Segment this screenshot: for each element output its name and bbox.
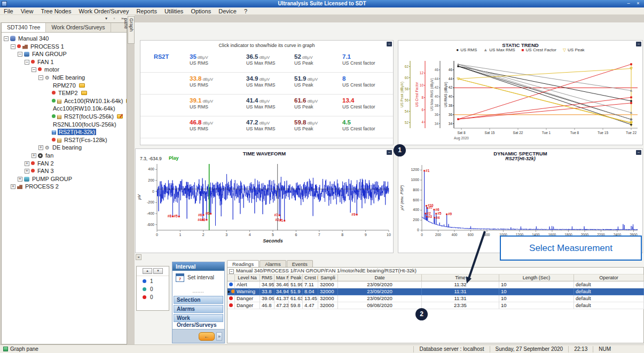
reading-indicator[interactable]: 35dBμVUS RMS	[174, 53, 230, 72]
menu-item[interactable]: ?	[240, 8, 251, 14]
minimize-panel-icon[interactable]: –	[636, 150, 641, 155]
reading-indicator[interactable]: 46.8dBμVUS RMS	[174, 119, 230, 138]
tree-node-label[interactable]: FAN 1	[36, 59, 55, 65]
tree-node[interactable]: RS2T(Ht-32k)	[2, 128, 127, 136]
tree-node-label[interactable]: TEMP2	[57, 90, 79, 96]
menu-item[interactable]: View	[17, 8, 37, 14]
reading-indicator[interactable]: 33.8dBμVUS RMS	[174, 75, 230, 94]
play-button[interactable]: Play	[169, 155, 179, 161]
collapse-icon[interactable]: −	[4, 36, 9, 41]
set-interval-label[interactable]: Set interval	[187, 273, 214, 280]
legend-item[interactable]: ▽US Peak	[563, 48, 585, 53]
collapse-icon[interactable]: −	[38, 75, 43, 80]
tree-node[interactable]: Acc100(RW10.1k-64k)	[2, 97, 127, 105]
reading-indicator[interactable]: 34.9dBμVUS Max RMS	[230, 75, 278, 94]
tree-node-label[interactable]: FAN GROUP	[31, 51, 68, 57]
apply-button[interactable]: ←	[199, 332, 215, 341]
dynamic-spectrum-chart[interactable]: 0200400600800100012000200400600800100012…	[398, 162, 641, 245]
expand-icon[interactable]: +	[25, 161, 29, 166]
menu-item[interactable]: Utilities	[161, 8, 187, 14]
close-window-icon[interactable]: ×	[634, 1, 642, 6]
collapse-icon[interactable]: −	[25, 60, 29, 65]
time-waveform-chart[interactable]: 4002000-200-400-600012345678910SecondsμV…	[136, 162, 393, 245]
tree-node-label[interactable]: Manual 340	[17, 35, 50, 42]
alarm-count-item[interactable]: 0	[137, 284, 169, 292]
tree-node-label[interactable]: NdE bearing	[51, 74, 86, 81]
tree-node[interactable]: +FAN 2	[2, 160, 127, 168]
expand-icon[interactable]: +	[38, 145, 43, 150]
alarm-count-item[interactable]: 1	[137, 276, 169, 284]
column-header[interactable]: Peak	[289, 274, 303, 281]
column-header[interactable]: Operator	[574, 274, 644, 281]
tree-node[interactable]: +PUMP GROUP	[2, 175, 127, 183]
minimize-panel-icon[interactable]: –	[387, 150, 392, 155]
tree-tab[interactable]: SDT340 Tree	[2, 23, 46, 32]
tree-node-label[interactable]: PROCESS 2	[24, 183, 60, 190]
drag-handle-icon[interactable]: •••••••	[172, 291, 224, 295]
reading-indicator[interactable]: 47.2dBμVUS Max RMS	[230, 119, 278, 138]
tree-node[interactable]: Acc100(RW10.10k-64k)	[2, 105, 127, 113]
graph-pane-taskbar-item[interactable]: Graph pane	[0, 346, 42, 352]
panel-section-alarms[interactable]: Alarms	[174, 305, 223, 313]
calendar-icon[interactable]: 7	[176, 273, 184, 282]
minimize-panel-icon[interactable]: –	[387, 42, 392, 46]
collapse-icon[interactable]: −	[11, 44, 15, 49]
results-tab[interactable]: Alarms	[260, 260, 286, 267]
tree-node-label[interactable]: fan	[44, 152, 54, 159]
tree-node[interactable]: RS2NL100(focUS-256k)	[2, 121, 127, 129]
measurement-row[interactable]: ▶Warning33.834.9451.98.043200023/09/2020…	[227, 288, 643, 295]
expand-icon[interactable]: +	[11, 184, 15, 189]
pin-icon[interactable]: ▫	[111, 15, 117, 22]
column-header[interactable]: Date	[338, 274, 422, 281]
tree-node-label[interactable]: motor	[43, 66, 60, 73]
reading-indicator[interactable]: 36.5dBμVUS Max RMS	[230, 53, 278, 72]
tree-node[interactable]: TEMP2	[2, 89, 127, 97]
expand-icon[interactable]: +	[25, 169, 29, 174]
tree-node[interactable]: −motor	[2, 66, 127, 74]
measurement-row[interactable]: Alert34.9536.4651.997.113200023/09/20201…	[227, 281, 643, 288]
menu-item[interactable]: Work Order/Survey	[75, 8, 132, 14]
tree-node[interactable]: RPM270	[2, 82, 127, 90]
dock-menu-icon[interactable]: ▾	[103, 15, 109, 22]
reading-indicator[interactable]: 59.8dBμVUS Peak	[278, 119, 326, 138]
tree-node-label[interactable]: RS2NL100(focUS-256k)	[52, 121, 117, 128]
menu-item[interactable]: Tree Nodes	[37, 8, 75, 14]
legend-item[interactable]: ▲US Max RMS	[483, 48, 515, 53]
tree-node[interactable]: RS2T(focUS-256k)	[2, 113, 127, 121]
tree-node-label[interactable]: RS2T(focUS-256k)	[63, 113, 115, 120]
legend-item[interactable]: ■US Crest Factor	[522, 48, 556, 53]
menu-item[interactable]: Device	[215, 8, 240, 14]
measurement-row[interactable]: Danger46.847.2359.84.473200009/08/202023…	[227, 302, 643, 309]
spin-down-icon[interactable]: ▼	[153, 268, 163, 274]
expand-icon[interactable]: +	[32, 153, 36, 158]
tree-node[interactable]: −⚙NdE bearing	[2, 74, 127, 82]
tree-node[interactable]: +PROCESS 2	[2, 183, 127, 191]
tree-tab[interactable]: Work Orders/Surveys	[46, 23, 111, 32]
column-header[interactable]: RMS	[260, 274, 274, 281]
tree-node-label[interactable]: RS2T(Ht-32k)	[58, 129, 96, 135]
tree-node-label[interactable]: FAN 2	[36, 160, 55, 167]
tree-node-label[interactable]: DE bearing	[51, 144, 83, 151]
column-header[interactable]: Crest F	[303, 274, 318, 281]
collapse-icon[interactable]: −	[18, 52, 22, 57]
reading-indicator[interactable]: 8US Crest factor	[326, 75, 393, 94]
reading-indicator[interactable]: 4.5US Crest factor	[326, 119, 393, 138]
tree-node[interactable]: −FAN GROUP	[2, 50, 127, 58]
tree-node[interactable]: −PROCESS 1	[2, 43, 127, 51]
column-header[interactable]: Sampli	[318, 274, 338, 281]
panel-section-work-orders-surveys[interactable]: Work Orders/Surveys	[174, 314, 223, 322]
tree-node-label[interactable]: Acc100(RW10.10k-64k)	[52, 105, 116, 112]
alarm-count-item[interactable]: 0	[137, 292, 169, 300]
collapse-icon[interactable]: −	[32, 67, 36, 72]
tree-node[interactable]: +⚙DE bearing	[2, 144, 127, 152]
reading-indicator[interactable]: 7.1US Crest factor	[326, 53, 393, 72]
menu-item[interactable]: Reports	[132, 8, 161, 14]
minimize-panel-icon[interactable]: –	[636, 42, 641, 46]
reading-indicator[interactable]: 61.6dBμVUS Peak	[278, 97, 326, 116]
graph-pane-vertical-tab[interactable]: Graph pane	[128, 16, 135, 44]
tree-node[interactable]: RS2T(Fcs-128k)	[2, 136, 127, 144]
results-tab[interactable]: Events	[287, 260, 313, 267]
tree-node-label[interactable]: Acc100(RW10.1k-64k)	[63, 98, 124, 104]
close-graph-pane-button[interactable]: ×	[136, 254, 142, 260]
reading-indicator[interactable]: 51.9dBμVUS Peak	[278, 75, 326, 94]
